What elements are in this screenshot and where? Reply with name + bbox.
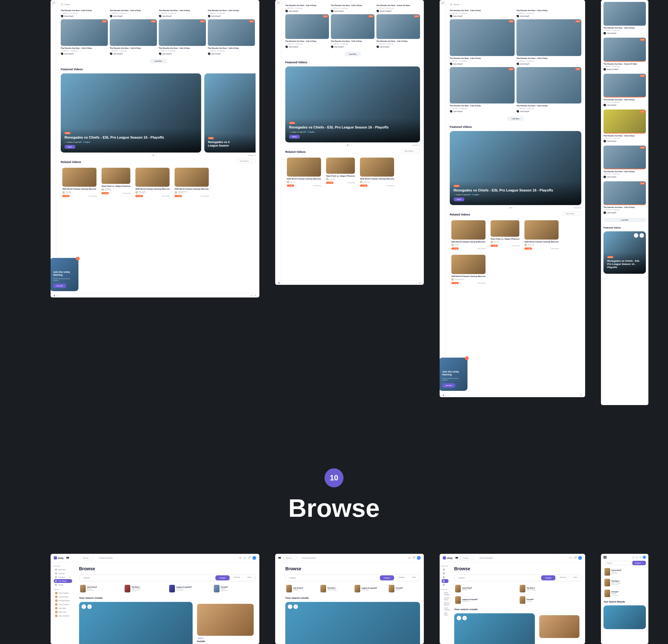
load-more-button[interactable]: Load More bbox=[345, 52, 361, 56]
sidebar-icon[interactable] bbox=[52, 1, 55, 4]
nav-item-trending[interactable]: Trending bbox=[54, 571, 72, 575]
side-result-card[interactable]: Shooter Fortnite Follow bbox=[195, 602, 256, 644]
video-card[interactable]: The Results Are Now - Call of Duty●4.2M … bbox=[331, 3, 375, 12]
video-card[interactable]: The Results Are Now - Call of Duty●4.2M … bbox=[208, 8, 255, 17]
video-card[interactable]: 10:42The Results Are Now - Arena Of Valo… bbox=[604, 38, 646, 70]
bottom-icon[interactable] bbox=[254, 295, 256, 297]
watch-button[interactable]: Watch bbox=[454, 197, 464, 201]
video-card[interactable]: 10:42The Results Are Now - Call of Duty●… bbox=[516, 19, 581, 65]
video-card[interactable]: 10:42The Results Are Now - Call of Duty●… bbox=[376, 14, 420, 48]
video-card[interactable]: 10:42The Results Are Now - Call of Duty●… bbox=[604, 74, 646, 106]
video-card[interactable]: 10:42The Results Are Now - Call of Duty●… bbox=[208, 19, 255, 55]
video-card[interactable]: 10:42The Results Are Now - Call of Duty●… bbox=[450, 67, 515, 113]
video-card[interactable]: 10:42The Results Are Now - Call of Duty●… bbox=[516, 67, 581, 113]
category-search-input[interactable]: Search bbox=[79, 575, 215, 580]
next-button[interactable]: › bbox=[639, 233, 644, 238]
tab-video[interactable]: Video bbox=[244, 575, 255, 581]
game-card[interactable]: Fortnite®Survival2.8K viewers bbox=[213, 584, 256, 593]
sort-dropdown[interactable]: Most Recent bbox=[562, 211, 581, 216]
category-search-input[interactable]: Search bbox=[286, 575, 379, 580]
result-hero[interactable]: ‹› League of Legends bbox=[285, 602, 420, 644]
video-card[interactable]: 10:42The Results Are Now - Call of Duty●… bbox=[604, 109, 646, 142]
video-card[interactable]: The Results Are Now - Call of Duty●4.2M … bbox=[61, 8, 108, 17]
follow-item[interactable]: Isaac Lambert bbox=[54, 602, 72, 606]
watch-button[interactable]: Watch bbox=[289, 135, 300, 139]
video-card[interactable]: 10:42The Results Are Now - Call of Duty●… bbox=[110, 19, 157, 55]
avatar[interactable] bbox=[253, 556, 256, 560]
browse-dropdown[interactable]: Browse bbox=[80, 556, 94, 560]
nav-item-your-videos[interactable]: Your Videos bbox=[54, 579, 72, 583]
load-more-button[interactable]: Load More bbox=[604, 218, 646, 222]
related-card[interactable]: 2020 World Champs Gaming WarzoneGalenâ E… bbox=[450, 253, 487, 286]
follow-item[interactable]: Edith Cain bbox=[54, 610, 72, 614]
related-card[interactable]: 2020 World Champs Gaming WarzoneGalenâ E… bbox=[173, 166, 210, 199]
video-card[interactable]: The Results Are Now - Call of Duty●4.2M … bbox=[285, 3, 329, 12]
menu-toggle[interactable] bbox=[66, 557, 69, 559]
sort-dropdown[interactable]: Most Recent bbox=[237, 159, 256, 163]
featured-hero[interactable]: ● Live Renegades vs Chiefs - ESL Pro Lea… bbox=[450, 131, 581, 205]
video-card[interactable]: The Results Are Now - Arena Of Valor●4.2… bbox=[376, 3, 420, 12]
video-card[interactable]: The Results Are Now - Call of Duty● 4.2M… bbox=[604, 2, 646, 34]
featured-hero[interactable]: ● Live Renegades vs Chiefs - ESL Pro Lea… bbox=[285, 66, 420, 143]
nav-item-following[interactable]: Following20 bbox=[54, 575, 72, 579]
result-hero[interactable]: ‹› bbox=[79, 602, 193, 644]
prev-button[interactable]: ‹ bbox=[81, 604, 86, 609]
tab-channel[interactable]: Channel bbox=[230, 575, 244, 581]
video-card[interactable]: The Results Are Now - Call of Duty●4.2M … bbox=[450, 8, 515, 17]
watch-button[interactable]: Watch bbox=[64, 145, 75, 149]
related-card[interactable]: Team Flash vs. Saigon PhantomGustl Jöll🔥… bbox=[489, 219, 521, 251]
related-card[interactable]: 2020 World Champs Gaming WarzoneTam Tran… bbox=[450, 219, 487, 251]
search-input[interactable]: Search Everything bbox=[300, 556, 406, 560]
join-button[interactable]: Join Now bbox=[442, 383, 455, 388]
video-card[interactable]: 10:42The Results Are Now - Call of Duty●… bbox=[331, 14, 375, 48]
nav-item-playlist[interactable]: Playlist bbox=[54, 583, 72, 587]
game-card[interactable]: Call of Duty®Shooting2.8K viewers bbox=[79, 584, 122, 593]
related-card[interactable]: 2020 World Champs Gaming WarzoneTam Tran… bbox=[61, 166, 98, 199]
video-card[interactable]: 10:42The Results Are Now - Call of Duty●… bbox=[285, 14, 329, 48]
nav-item-newfeed[interactable]: New Feed bbox=[54, 568, 72, 571]
browse-dropdown[interactable]: Browse bbox=[284, 556, 297, 560]
next-button[interactable]: › bbox=[87, 604, 92, 609]
game-card[interactable]: The Dota 2eSport, Strategy2.8K viewers bbox=[124, 584, 166, 593]
close-icon[interactable] bbox=[465, 356, 469, 360]
chat-icon[interactable] bbox=[244, 557, 246, 559]
load-more-button[interactable]: Load More bbox=[507, 117, 524, 121]
menu-toggle[interactable] bbox=[278, 557, 281, 559]
video-card[interactable]: 10:42The Results Are Now - Call of Duty●… bbox=[159, 19, 206, 55]
featured-hero[interactable]: ‹› ● Live Renegades vs Chiefs - ESL Pro … bbox=[604, 231, 646, 274]
join-button[interactable]: Join Now bbox=[53, 284, 66, 288]
video-card[interactable]: 10:42The Results Are Now - Call of Duty●… bbox=[604, 146, 646, 178]
video-card[interactable]: The Results Are Now - Call of Duty●4.2M … bbox=[159, 8, 206, 17]
logo[interactable]: Unity. bbox=[54, 556, 64, 559]
related-card[interactable]: Team Flash vs. Saigon PhantomGustl Jöll🔥… bbox=[324, 156, 357, 189]
bottom-icon[interactable] bbox=[250, 295, 253, 297]
search-input[interactable]: Search Everything bbox=[96, 556, 237, 560]
related-card[interactable]: 2020 World Champs Gaming WarzoneTam Tran… bbox=[285, 156, 323, 189]
follow-item[interactable]: Dylan Hodges bbox=[54, 591, 72, 595]
video-card[interactable]: 10:42The Results Are Now - Call of Duty●… bbox=[61, 19, 108, 55]
clock-icon[interactable] bbox=[239, 557, 242, 559]
close-icon[interactable] bbox=[76, 257, 80, 260]
menu-toggle[interactable] bbox=[455, 557, 458, 559]
related-card[interactable]: Team Flash vs. Saigon PhantomGustl JöllA… bbox=[100, 166, 132, 199]
notification-icon[interactable] bbox=[248, 557, 250, 559]
featured-hero-next[interactable]: ● Live Renegades vs CLeague Season bbox=[204, 73, 256, 152]
follow-item[interactable]: Vincent Parks bbox=[54, 595, 72, 599]
video-card[interactable]: 10:42The Results Are Now - Call of Duty●… bbox=[604, 181, 646, 214]
tab-category[interactable]: Category bbox=[215, 575, 229, 580]
follow-item[interactable]: Richard Bowers bbox=[54, 599, 72, 602]
game-card[interactable]: League of Legends®Online Game2.8K viewer… bbox=[168, 584, 211, 593]
search-input[interactable]: ⌕ Search bbox=[604, 561, 631, 565]
carousel-dots[interactable] bbox=[151, 155, 157, 156]
related-card[interactable]: 2020 World Champs Gaming WarzoneAfri Gan… bbox=[134, 166, 171, 199]
related-card[interactable]: 2020 World Champs Gaming WarzoneAfri Gan… bbox=[523, 219, 560, 251]
avatar[interactable] bbox=[643, 556, 646, 559]
video-card[interactable]: The Results Are Now - Call of Duty●4.2M … bbox=[110, 8, 157, 17]
menu-toggle[interactable] bbox=[604, 556, 607, 558]
featured-hero[interactable]: ● Live Renegades vs Chiefs - ESL Pro Lea… bbox=[61, 73, 201, 152]
follow-item[interactable]: Lillie Nash bbox=[54, 606, 72, 610]
prev-button[interactable]: ‹ bbox=[634, 233, 638, 238]
sort-dropdown[interactable]: Most Recent bbox=[401, 149, 420, 153]
sidebar-item-settings[interactable]: Settings bbox=[61, 3, 256, 6]
related-card[interactable]: 2020 World Champs Gaming WarzoneAfri Gan… bbox=[358, 156, 396, 189]
